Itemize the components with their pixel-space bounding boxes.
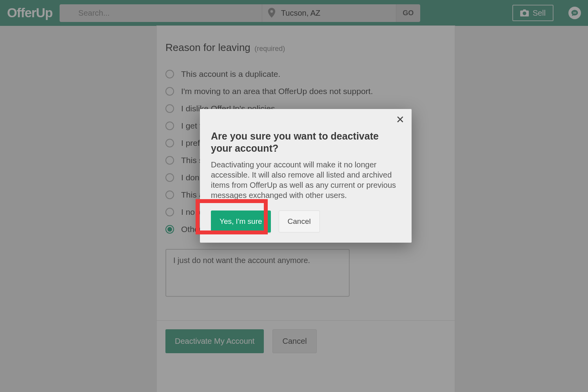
- modal-close-button[interactable]: ✕: [395, 114, 405, 125]
- confirm-deactivate-modal: ✕ Are you sure you want to deactivate yo…: [200, 109, 412, 243]
- modal-body-text: Deactivating your account will make it n…: [211, 160, 401, 200]
- confirm-yes-button[interactable]: Yes, I'm sure: [211, 211, 271, 232]
- confirm-cancel-button[interactable]: Cancel: [279, 211, 320, 232]
- modal-title: Are you sure you want to deactivate your…: [211, 130, 401, 155]
- close-icon: ✕: [396, 114, 405, 125]
